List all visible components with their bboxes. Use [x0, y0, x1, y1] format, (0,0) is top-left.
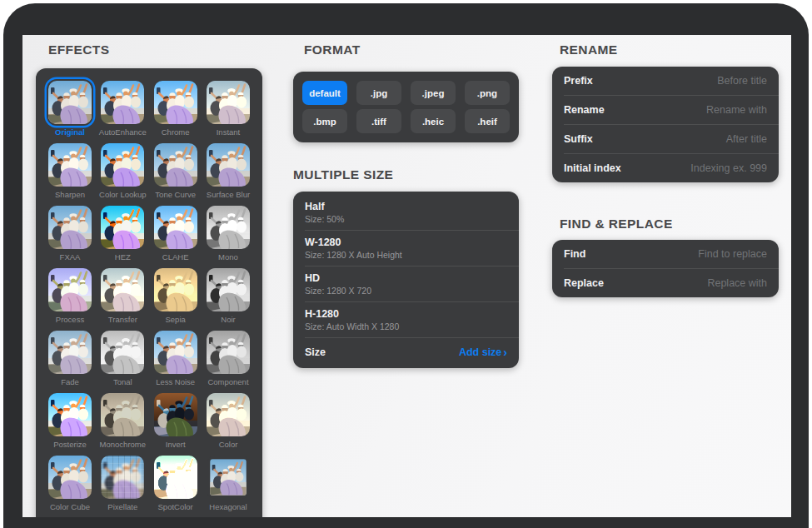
effect-thumbnail[interactable] [48, 331, 92, 374]
effect-item[interactable]: Process [48, 268, 92, 331]
field-input[interactable] [642, 277, 767, 289]
format-option-button[interactable]: .jpg [356, 81, 401, 105]
effect-thumbnail[interactable] [48, 393, 92, 436]
effect-item[interactable]: Tonal [101, 331, 144, 393]
effect-item[interactable]: Invert [154, 393, 197, 456]
effect-thumbnail[interactable] [207, 81, 250, 124]
effect-label: Chrome [162, 127, 190, 137]
effect-thumbnail[interactable] [154, 206, 197, 249]
effect-item[interactable]: Hexagonal [207, 456, 250, 517]
field-input[interactable] [642, 162, 767, 174]
effect-item[interactable]: Color [207, 393, 250, 456]
format-option-button[interactable]: default [302, 81, 347, 105]
size-footer-row: Size Add size › [293, 338, 519, 368]
find-replace-panel: Find Replace [552, 240, 779, 297]
effect-item[interactable]: SpotColor [154, 456, 197, 517]
effect-thumbnail[interactable] [154, 268, 197, 311]
effect-item[interactable]: Sepia [154, 268, 197, 331]
effect-thumbnail[interactable] [48, 206, 92, 249]
effect-thumbnail[interactable] [207, 331, 250, 374]
effect-item[interactable]: Tone Curve [154, 143, 197, 206]
effect-thumbnail[interactable] [101, 206, 144, 249]
size-preset-dimensions: Size: 50% [305, 214, 507, 224]
add-size-button[interactable]: Add size › [459, 346, 507, 358]
effect-item[interactable]: Mono [207, 206, 250, 268]
effect-thumbnail[interactable] [101, 268, 144, 311]
effect-thumbnail[interactable] [207, 143, 250, 187]
sample-photo-preview [48, 206, 92, 249]
field-input[interactable] [642, 133, 767, 145]
find-replace-section-title: FIND & REPLACE [560, 217, 673, 232]
size-preset-name: HD [305, 272, 507, 284]
size-preset-row[interactable]: HD Size: 1280 X 720 [293, 266, 519, 301]
effect-thumbnail[interactable] [154, 143, 197, 187]
sample-photo-preview [48, 456, 92, 499]
format-option-button[interactable]: .heic [411, 109, 456, 133]
size-preset-row[interactable]: Half Size: 50% [293, 195, 519, 230]
size-preset-row[interactable]: W-1280 Size: 1280 X Auto Height [293, 231, 519, 266]
field-input[interactable] [642, 75, 767, 87]
effect-label: Invert [166, 440, 186, 449]
text-field-row: Rename [552, 96, 779, 124]
effect-thumbnail[interactable] [101, 393, 144, 436]
effect-thumbnail[interactable] [101, 331, 144, 374]
effect-thumbnail[interactable] [207, 456, 250, 499]
effect-thumbnail[interactable] [154, 81, 197, 124]
size-preset-dimensions: Size: Auto Width X 1280 [305, 321, 507, 331]
effect-item[interactable]: Chrome [154, 81, 197, 143]
effect-thumbnail[interactable] [154, 393, 197, 436]
effect-item[interactable]: Sharpen [48, 143, 92, 206]
effect-thumbnail[interactable] [154, 456, 197, 499]
effect-thumbnail[interactable] [207, 268, 250, 311]
effect-thumbnail[interactable] [101, 81, 144, 124]
effect-thumbnail[interactable] [101, 456, 144, 499]
sample-photo-preview [154, 456, 197, 499]
effect-thumbnail[interactable] [207, 393, 250, 436]
sample-photo-preview [207, 206, 250, 249]
field-input[interactable] [642, 248, 767, 260]
sample-photo-preview [154, 393, 197, 436]
format-option-button[interactable]: .tiff [356, 109, 401, 133]
effect-item[interactable]: Posterize [48, 393, 92, 456]
effect-item[interactable]: Pixellate [101, 456, 144, 517]
effect-item[interactable]: Component [207, 331, 250, 393]
effect-thumbnail[interactable] [101, 143, 144, 187]
effect-thumbnail[interactable] [48, 81, 92, 124]
effect-item[interactable]: Fade [48, 331, 92, 393]
effect-thumbnail[interactable] [154, 331, 197, 374]
format-option-button[interactable]: .png [465, 81, 510, 105]
format-option-button[interactable]: .heif [465, 109, 510, 133]
effect-item[interactable]: Surface Blur [207, 143, 250, 206]
sample-photo-preview [207, 268, 250, 311]
format-panel: default.jpg.jpeg.png.bmp.tiff.heic.heif [293, 72, 519, 142]
format-option-button[interactable]: .bmp [302, 109, 347, 133]
sample-photo-preview [207, 393, 250, 436]
effect-item[interactable]: Instant [207, 81, 250, 143]
effect-item[interactable]: Color Cube [48, 456, 92, 517]
effect-item[interactable]: Monochrome [101, 393, 144, 456]
format-option-button[interactable]: .jpeg [411, 81, 456, 105]
effect-thumbnail[interactable] [207, 206, 250, 249]
size-preset-row[interactable]: H-1280 Size: Auto Width X 1280 [293, 302, 519, 337]
effect-item[interactable]: FXAA [48, 206, 92, 268]
effect-item[interactable]: CLAHE [154, 206, 197, 268]
effect-item[interactable]: Transfer [101, 268, 144, 331]
sample-photo-preview [48, 81, 92, 124]
field-input[interactable] [642, 104, 767, 116]
effect-label: Color Lookup [99, 190, 147, 199]
effect-thumbnail[interactable] [48, 268, 92, 311]
effect-item[interactable]: HEZ [101, 206, 144, 268]
effect-item[interactable]: Original [48, 81, 92, 143]
effect-label: Posterize [53, 440, 87, 449]
effect-item[interactable]: Less Noise [154, 331, 197, 393]
sample-photo-preview [207, 81, 250, 124]
effect-label: Monochrome [100, 440, 146, 449]
effect-thumbnail[interactable] [48, 143, 92, 187]
effect-item[interactable]: Noir [207, 268, 250, 331]
effect-item[interactable]: AutoEnhance [101, 81, 144, 143]
multiple-size-section-title: MULTIPLE SIZE [293, 167, 393, 182]
effects-section-title: EFFECTS [48, 42, 109, 57]
effect-item[interactable]: Color Lookup [101, 143, 144, 206]
sample-photo-preview [207, 331, 250, 374]
effect-thumbnail[interactable] [48, 456, 92, 499]
